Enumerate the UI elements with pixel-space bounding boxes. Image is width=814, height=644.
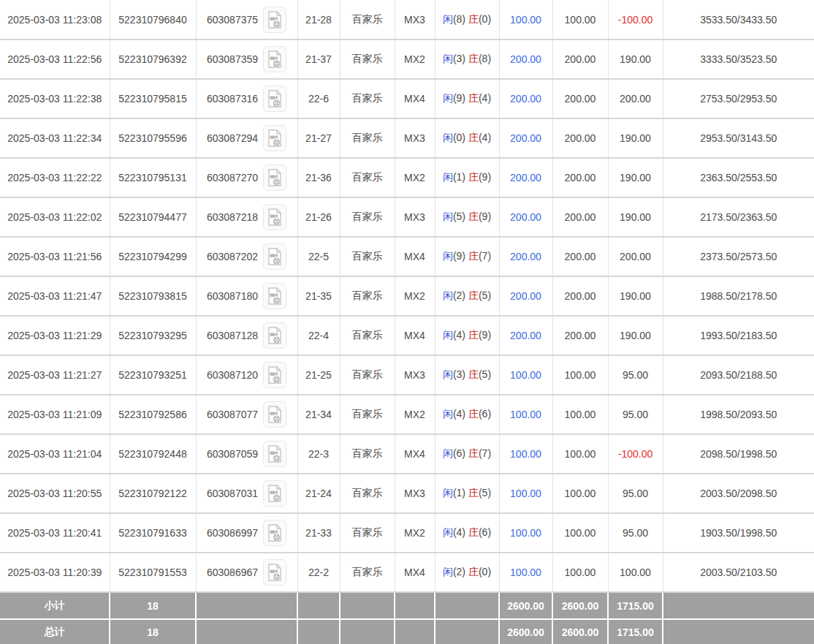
cell-valid-amount: 200.00 [552,197,608,237]
banker-label: 庄 [468,250,479,262]
cell-game-id: 603087120 [196,355,297,395]
video-replay-icon[interactable] [263,559,286,586]
cell-round: 21-24 [297,474,340,513]
table-row: 2025-03-03 11:23:08 522310796840 6030873… [0,0,814,39]
cell-win-loss: -100.00 [608,0,663,39]
video-replay-icon[interactable] [263,401,286,428]
cell-bet-id: 522310796840 [110,0,196,39]
cell-game-name: 百家乐 [340,79,395,118]
video-replay-icon[interactable] [263,322,286,349]
video-replay-icon[interactable] [263,7,286,33]
cell-bet-id: 522310794299 [110,237,196,276]
table-row: 2025-03-03 11:21:09 522310792586 6030870… [0,395,814,434]
video-replay-icon[interactable] [263,204,286,230]
cell-bet-amount: 100.00 [499,355,552,395]
banker-count: (4) [479,92,491,104]
cell-bet-time: 2025-03-03 11:22:02 [0,197,110,237]
cell-bet-amount: 100.00 [499,474,552,513]
banker-label: 庄 [468,92,479,104]
table-row: 2025-03-03 11:20:41 522310791633 6030869… [0,513,814,553]
cell-win-loss: 95.00 [608,395,663,434]
cell-balance: 2093.50/2188.50 [663,355,814,395]
banker-count: (7) [479,447,491,459]
table-row: 2025-03-03 11:20:39 522310791553 6030869… [0,553,814,592]
player-count: (3) [453,368,465,380]
banker-count: (5) [479,368,491,380]
video-replay-icon[interactable] [263,283,286,309]
video-replay-icon[interactable] [263,243,286,270]
cell-game-id: 603087180 [196,276,297,316]
summary-valid-total: 2600.00 [552,619,608,644]
cell-game-name: 百家乐 [340,197,395,237]
banker-count: (5) [479,487,491,499]
video-replay-icon[interactable] [263,480,286,507]
cell-bet-amount: 200.00 [499,237,552,276]
cell-game-name: 百家乐 [340,316,395,355]
cell-game-id: 603087128 [196,316,297,355]
cell-table-type: MX4 [395,434,435,474]
player-label: 闲 [443,289,453,301]
cell-win-loss: 200.00 [608,79,663,118]
cell-result: 闲(2) 庄(0) [435,553,499,592]
cell-result: 闲(6) 庄(7) [435,434,499,474]
cell-bet-id: 522310792122 [110,474,196,513]
player-count: (1) [453,487,465,499]
cell-game-name: 百家乐 [340,276,395,316]
cell-game-name: 百家乐 [340,513,395,553]
video-replay-icon[interactable] [263,441,286,467]
video-replay-icon[interactable] [263,46,286,72]
game-id-text: 603087218 [207,211,258,223]
cell-win-loss: 190.00 [608,39,663,79]
cell-game-id: 603087375 [196,0,297,39]
banker-label: 庄 [468,447,479,459]
cell-bet-amount: 100.00 [499,434,552,474]
cell-game-name: 百家乐 [340,355,395,395]
summary-empty-cell [435,619,499,644]
cell-valid-amount: 200.00 [552,237,608,276]
cell-result: 闲(3) 庄(8) [435,39,499,79]
cell-table-type: MX3 [395,118,435,158]
video-replay-icon[interactable] [263,520,286,546]
player-count: (6) [453,447,465,459]
summary-row: 总计 18 2600.00 2600.00 1715.00 [0,619,814,644]
summary-empty-cell [297,619,340,644]
table-row: 2025-03-03 11:21:27 522310793251 6030871… [0,355,814,395]
player-label: 闲 [443,408,453,420]
cell-result: 闲(1) 庄(5) [435,474,499,513]
bet-records: 2025-03-03 11:23:08 522310796840 6030873… [0,0,814,644]
cell-bet-id: 522310796392 [110,39,196,79]
video-replay-icon[interactable] [263,362,286,388]
cell-game-id: 603087316 [196,79,297,118]
summary-count: 18 [110,592,196,619]
banker-count: (8) [479,53,491,64]
cell-result: 闲(1) 庄(9) [435,158,499,197]
cell-game-id: 603087059 [196,434,297,474]
cell-game-name: 百家乐 [340,395,395,434]
cell-win-loss: 190.00 [608,118,663,158]
cell-win-loss: 190.00 [608,316,663,355]
cell-bet-time: 2025-03-03 11:22:34 [0,118,110,158]
video-replay-icon[interactable] [263,164,286,191]
summary-winloss-total: 1715.00 [608,592,663,619]
player-count: (1) [453,171,465,183]
cell-bet-time: 2025-03-03 11:22:38 [0,79,110,118]
game-id-text: 603087359 [207,53,258,65]
cell-bet-time: 2025-03-03 11:23:08 [0,0,110,39]
cell-game-id: 603087202 [196,237,297,276]
banker-label: 庄 [468,526,479,538]
banker-count: (6) [479,526,491,538]
video-replay-icon[interactable] [263,125,286,151]
cell-bet-id: 522310795596 [110,118,196,158]
cell-bet-amount: 200.00 [499,158,552,197]
video-replay-icon[interactable] [263,86,286,112]
player-count: (4) [453,329,465,341]
cell-bet-amount: 200.00 [499,79,552,118]
cell-balance: 1903.50/1998.50 [663,513,814,553]
player-count: (0) [453,132,465,143]
cell-table-type: MX3 [395,474,435,513]
cell-table-type: MX2 [395,276,435,316]
game-id-text: 603087270 [207,172,258,183]
cell-result: 闲(4) 庄(6) [435,513,499,553]
cell-table-type: MX2 [395,395,435,434]
banker-label: 庄 [468,289,479,301]
